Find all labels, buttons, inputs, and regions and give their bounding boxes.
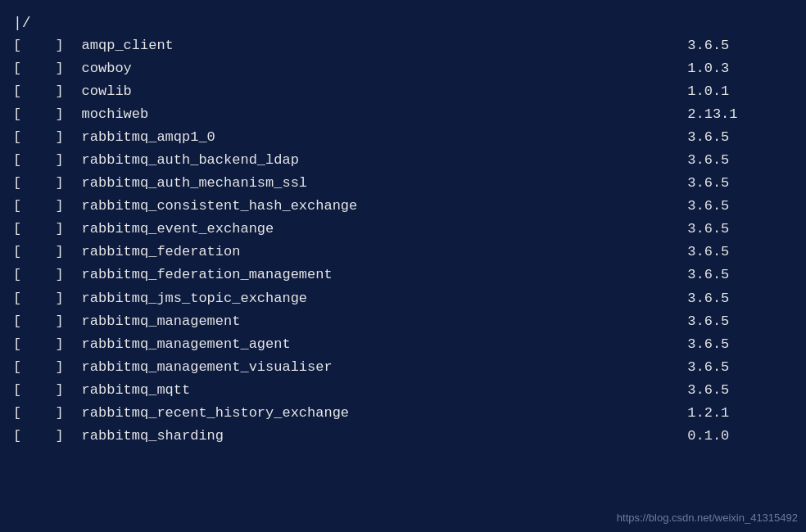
plugin-version: 3.6.5 — [687, 379, 793, 402]
plugin-name: rabbitmq_event_exchange — [82, 218, 688, 241]
status-space — [34, 379, 56, 402]
status-space — [34, 103, 56, 126]
status-space — [34, 241, 56, 264]
status-space — [34, 34, 56, 57]
plugin-version: 3.6.5 — [687, 218, 793, 241]
plugin-name: cowlib — [82, 80, 688, 103]
table-row: [ ] rabbitmq_recent_history_exchange 1.2… — [13, 402, 793, 425]
plugin-name: rabbitmq_consistent_hash_exchange — [82, 195, 688, 218]
table-row: [ ] amqp_client 3.6.5 — [13, 34, 793, 57]
plugin-version: 2.13.1 — [687, 103, 793, 126]
plugin-version: 3.6.5 — [687, 264, 793, 286]
status-space — [34, 425, 56, 448]
plugin-version: 1.2.1 — [687, 402, 793, 425]
bracket-open: [ — [13, 103, 34, 126]
plugin-version: 3.6.5 — [687, 333, 793, 356]
bracket-close: ] — [55, 218, 81, 241]
plugin-version: 3.6.5 — [687, 356, 793, 379]
status-space — [34, 149, 56, 172]
plugin-name: rabbitmq_amqp1_0 — [82, 126, 688, 149]
table-row: [ ] rabbitmq_federation 3.6.5 — [13, 241, 793, 264]
plugin-name: rabbitmq_auth_backend_ldap — [82, 149, 688, 172]
table-row: [ ] mochiweb 2.13.1 — [13, 103, 793, 126]
table-row: [ ] rabbitmq_jms_topic_exchange 3.6.5 — [13, 287, 793, 310]
bracket-open: [ — [13, 195, 34, 218]
plugin-version: 3.6.5 — [687, 172, 793, 195]
plugin-name: rabbitmq_jms_topic_exchange — [82, 287, 688, 310]
bracket-close: ] — [55, 126, 81, 149]
terminal-window: |/ [ ] amqp_client 3.6.5 [ ] cowboy 1.0.… — [0, 0, 806, 532]
bracket-close: ] — [55, 195, 81, 218]
status-space — [34, 57, 56, 80]
plugin-version: 3.6.5 — [687, 126, 793, 149]
plugin-version: 3.6.5 — [687, 34, 793, 57]
bracket-close: ] — [55, 333, 81, 356]
plugin-name: rabbitmq_federation — [82, 241, 688, 264]
plugin-version: 3.6.5 — [687, 195, 793, 218]
status-space — [34, 310, 56, 333]
bracket-close: ] — [55, 264, 81, 286]
status-space — [34, 287, 56, 310]
bracket-open: [ — [13, 379, 34, 402]
plugin-version: 3.6.5 — [687, 310, 793, 333]
table-row: [ ] rabbitmq_event_exchange 3.6.5 — [13, 218, 793, 241]
bracket-open: [ — [13, 264, 34, 286]
bracket-close: ] — [55, 241, 81, 264]
bracket-open: [ — [13, 218, 34, 241]
status-space — [34, 333, 56, 356]
bracket-open: [ — [13, 241, 34, 264]
status-space — [34, 218, 56, 241]
status-space — [34, 126, 56, 149]
plugin-name: mochiweb — [82, 103, 688, 126]
bracket-open: [ — [13, 57, 34, 80]
plugin-name: rabbitmq_management_visualiser — [82, 356, 688, 379]
bracket-open: [ — [13, 149, 34, 172]
bracket-open: [ — [13, 126, 34, 149]
plugin-version: 0.1.0 — [687, 425, 793, 448]
table-row: [ ] rabbitmq_auth_backend_ldap 3.6.5 — [13, 149, 793, 172]
table-row: [ ] rabbitmq_consistent_hash_exchange 3.… — [13, 195, 793, 218]
table-row: [ ] rabbitmq_amqp1_0 3.6.5 — [13, 126, 793, 149]
table-row: [ ] cowboy 1.0.3 — [13, 57, 793, 80]
plugin-version: 3.6.5 — [687, 241, 793, 264]
bracket-open: [ — [13, 172, 34, 195]
bracket-open: [ — [13, 34, 34, 57]
status-space — [34, 356, 56, 379]
table-row: [ ] rabbitmq_management_agent 3.6.5 — [13, 333, 793, 356]
bracket-close: ] — [55, 34, 81, 57]
table-row: [ ] rabbitmq_mqtt 3.6.5 — [13, 379, 793, 402]
plugin-name: cowboy — [82, 57, 688, 80]
bracket-close: ] — [55, 356, 81, 379]
table-row: [ ] rabbitmq_management_visualiser 3.6.5 — [13, 356, 793, 379]
plugin-name: rabbitmq_mqtt — [82, 379, 688, 402]
status-space — [34, 80, 56, 103]
bracket-open: [ — [13, 333, 34, 356]
bracket-close: ] — [55, 379, 81, 402]
plugin-name: rabbitmq_sharding — [82, 425, 688, 448]
plugin-version: 3.6.5 — [687, 149, 793, 172]
table-row: [ ] rabbitmq_federation_management 3.6.5 — [13, 264, 793, 286]
bracket-open: [ — [13, 287, 34, 310]
table-row: [ ] rabbitmq_sharding 0.1.0 — [13, 425, 793, 448]
bracket-close: ] — [55, 80, 81, 103]
bracket-close: ] — [55, 172, 81, 195]
bracket-close: ] — [55, 310, 81, 333]
bracket-close: ] — [55, 425, 81, 448]
status-space — [34, 264, 56, 286]
plugin-list: [ ] amqp_client 3.6.5 [ ] cowboy 1.0.3 [… — [13, 34, 793, 448]
bracket-open: [ — [13, 356, 34, 379]
plugin-name: amqp_client — [82, 34, 688, 57]
plugin-name: rabbitmq_management — [82, 310, 688, 333]
table-row: [ ] rabbitmq_auth_mechanism_ssl 3.6.5 — [13, 172, 793, 195]
bracket-close: ] — [55, 149, 81, 172]
plugin-name: rabbitmq_recent_history_exchange — [82, 402, 688, 425]
status-space — [34, 402, 56, 425]
plugin-name: rabbitmq_management_agent — [82, 333, 688, 356]
path-indicator: |/ — [13, 8, 793, 31]
bracket-open: [ — [13, 402, 34, 425]
bracket-close: ] — [55, 103, 81, 126]
watermark: https://blog.csdn.net/weixin_41315492 — [617, 512, 798, 524]
table-row: [ ] rabbitmq_management 3.6.5 — [13, 310, 793, 333]
plugin-version: 1.0.1 — [687, 80, 793, 103]
status-space — [34, 172, 56, 195]
